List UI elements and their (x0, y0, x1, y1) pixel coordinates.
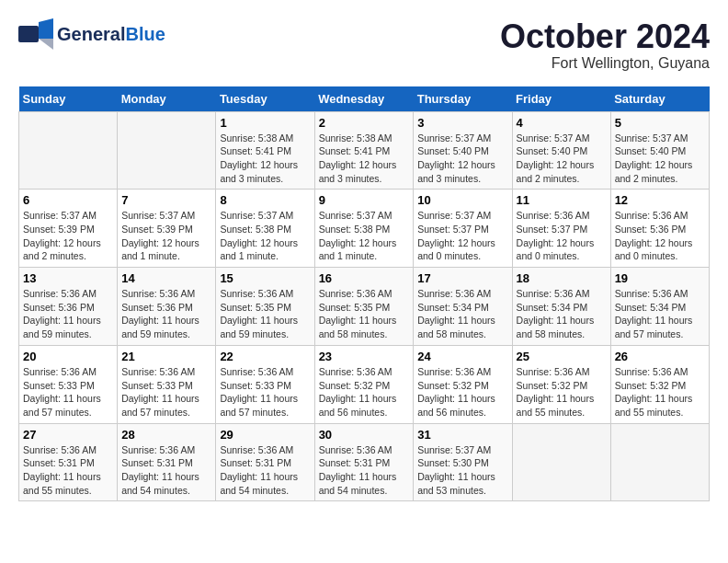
day-detail: Sunrise: 5:36 AM Sunset: 5:35 PM Dayligh… (220, 287, 310, 341)
day-cell: 10Sunrise: 5:37 AM Sunset: 5:37 PM Dayli… (414, 190, 512, 268)
day-number: 5 (615, 116, 705, 130)
calendar-header-row: SundayMondayTuesdayWednesdayThursdayFrid… (19, 86, 710, 112)
day-cell: 8Sunrise: 5:37 AM Sunset: 5:38 PM Daylig… (216, 190, 314, 268)
day-cell: 26Sunrise: 5:36 AM Sunset: 5:32 PM Dayli… (610, 345, 709, 423)
day-detail: Sunrise: 5:38 AM Sunset: 5:41 PM Dayligh… (220, 132, 310, 186)
day-cell: 9Sunrise: 5:37 AM Sunset: 5:38 PM Daylig… (314, 190, 414, 268)
day-cell: 5Sunrise: 5:37 AM Sunset: 5:40 PM Daylig… (610, 111, 709, 190)
day-detail: Sunrise: 5:37 AM Sunset: 5:40 PM Dayligh… (417, 132, 507, 186)
day-detail: Sunrise: 5:36 AM Sunset: 5:32 PM Dayligh… (615, 365, 705, 419)
day-detail: Sunrise: 5:36 AM Sunset: 5:31 PM Dayligh… (220, 443, 310, 498)
header-saturday: Saturday (610, 86, 709, 112)
day-number: 20 (23, 350, 113, 363)
svg-rect-0 (18, 26, 39, 42)
day-cell: 15Sunrise: 5:36 AM Sunset: 5:35 PM Dayli… (216, 268, 314, 346)
day-detail: Sunrise: 5:36 AM Sunset: 5:31 PM Dayligh… (23, 443, 113, 498)
day-cell (19, 111, 118, 190)
day-cell (512, 423, 610, 501)
day-number: 27 (23, 428, 113, 442)
logo: GeneralBlue (18, 18, 165, 50)
svg-marker-1 (39, 18, 53, 39)
day-cell: 16Sunrise: 5:36 AM Sunset: 5:35 PM Dayli… (314, 268, 414, 346)
day-detail: Sunrise: 5:37 AM Sunset: 5:38 PM Dayligh… (220, 209, 310, 263)
day-detail: Sunrise: 5:37 AM Sunset: 5:39 PM Dayligh… (23, 209, 113, 263)
day-detail: Sunrise: 5:36 AM Sunset: 5:33 PM Dayligh… (121, 365, 211, 419)
day-cell (610, 423, 709, 501)
month-title: October 2024 (500, 18, 710, 55)
day-cell: 29Sunrise: 5:36 AM Sunset: 5:31 PM Dayli… (216, 423, 314, 501)
day-number: 8 (220, 193, 310, 207)
day-number: 4 (517, 116, 607, 130)
logo-icon (18, 18, 53, 50)
day-cell: 28Sunrise: 5:36 AM Sunset: 5:31 PM Dayli… (118, 423, 216, 501)
day-detail: Sunrise: 5:36 AM Sunset: 5:37 PM Dayligh… (517, 209, 607, 263)
day-number: 14 (121, 271, 211, 285)
day-cell (118, 111, 216, 190)
day-detail: Sunrise: 5:36 AM Sunset: 5:33 PM Dayligh… (220, 365, 310, 419)
day-number: 15 (220, 271, 310, 285)
day-detail: Sunrise: 5:36 AM Sunset: 5:32 PM Dayligh… (417, 365, 507, 419)
day-detail: Sunrise: 5:36 AM Sunset: 5:34 PM Dayligh… (417, 287, 507, 341)
day-number: 9 (319, 193, 410, 207)
day-cell: 4Sunrise: 5:37 AM Sunset: 5:40 PM Daylig… (512, 111, 610, 190)
header-friday: Friday (512, 86, 610, 112)
day-number: 30 (319, 428, 410, 442)
day-detail: Sunrise: 5:36 AM Sunset: 5:35 PM Dayligh… (319, 287, 410, 341)
day-detail: Sunrise: 5:36 AM Sunset: 5:36 PM Dayligh… (23, 287, 113, 341)
day-cell: 31Sunrise: 5:37 AM Sunset: 5:30 PM Dayli… (414, 423, 512, 501)
day-detail: Sunrise: 5:36 AM Sunset: 5:32 PM Dayligh… (517, 365, 607, 419)
day-detail: Sunrise: 5:38 AM Sunset: 5:41 PM Dayligh… (319, 132, 410, 186)
header-sunday: Sunday (19, 86, 118, 112)
svg-marker-2 (39, 39, 53, 50)
day-number: 22 (220, 350, 310, 363)
header-tuesday: Tuesday (216, 86, 314, 112)
day-number: 7 (121, 193, 211, 207)
location: Fort Wellington, Guyana (500, 55, 710, 72)
day-cell: 30Sunrise: 5:36 AM Sunset: 5:31 PM Dayli… (314, 423, 414, 501)
day-number: 3 (417, 116, 507, 130)
day-number: 19 (615, 271, 705, 285)
day-cell: 18Sunrise: 5:36 AM Sunset: 5:34 PM Dayli… (512, 268, 610, 346)
day-detail: Sunrise: 5:36 AM Sunset: 5:36 PM Dayligh… (615, 209, 705, 263)
day-cell: 1Sunrise: 5:38 AM Sunset: 5:41 PM Daylig… (216, 111, 314, 190)
day-detail: Sunrise: 5:36 AM Sunset: 5:36 PM Dayligh… (121, 287, 211, 341)
week-row-4: 20Sunrise: 5:36 AM Sunset: 5:33 PM Dayli… (19, 345, 710, 423)
day-detail: Sunrise: 5:36 AM Sunset: 5:32 PM Dayligh… (319, 365, 410, 419)
day-cell: 14Sunrise: 5:36 AM Sunset: 5:36 PM Dayli… (118, 268, 216, 346)
day-number: 13 (23, 271, 113, 285)
day-detail: Sunrise: 5:37 AM Sunset: 5:40 PM Dayligh… (615, 132, 705, 186)
week-row-1: 1Sunrise: 5:38 AM Sunset: 5:41 PM Daylig… (19, 111, 710, 190)
day-detail: Sunrise: 5:37 AM Sunset: 5:39 PM Dayligh… (121, 209, 211, 263)
day-number: 6 (23, 193, 113, 207)
day-cell: 19Sunrise: 5:36 AM Sunset: 5:34 PM Dayli… (610, 268, 709, 346)
day-detail: Sunrise: 5:36 AM Sunset: 5:31 PM Dayligh… (319, 443, 410, 498)
day-number: 18 (517, 271, 607, 285)
week-row-5: 27Sunrise: 5:36 AM Sunset: 5:31 PM Dayli… (19, 423, 710, 501)
day-number: 16 (319, 271, 410, 285)
day-cell: 6Sunrise: 5:37 AM Sunset: 5:39 PM Daylig… (19, 190, 118, 268)
week-row-2: 6Sunrise: 5:37 AM Sunset: 5:39 PM Daylig… (19, 190, 710, 268)
day-number: 21 (121, 350, 211, 363)
day-cell: 13Sunrise: 5:36 AM Sunset: 5:36 PM Dayli… (19, 268, 118, 346)
day-detail: Sunrise: 5:36 AM Sunset: 5:34 PM Dayligh… (615, 287, 705, 341)
day-detail: Sunrise: 5:36 AM Sunset: 5:34 PM Dayligh… (517, 287, 607, 341)
week-row-3: 13Sunrise: 5:36 AM Sunset: 5:36 PM Dayli… (19, 268, 710, 346)
day-cell: 27Sunrise: 5:36 AM Sunset: 5:31 PM Dayli… (19, 423, 118, 501)
day-detail: Sunrise: 5:36 AM Sunset: 5:31 PM Dayligh… (121, 443, 211, 498)
day-cell: 25Sunrise: 5:36 AM Sunset: 5:32 PM Dayli… (512, 345, 610, 423)
header-monday: Monday (118, 86, 216, 112)
page-header: GeneralBlue October 2024 Fort Wellington… (18, 18, 710, 72)
day-number: 25 (517, 350, 607, 363)
day-number: 12 (615, 193, 705, 207)
day-number: 23 (319, 350, 410, 363)
day-number: 31 (417, 428, 507, 442)
day-number: 10 (417, 193, 507, 207)
day-detail: Sunrise: 5:37 AM Sunset: 5:40 PM Dayligh… (517, 132, 607, 186)
day-cell: 23Sunrise: 5:36 AM Sunset: 5:32 PM Dayli… (314, 345, 414, 423)
day-number: 29 (220, 428, 310, 442)
day-cell: 24Sunrise: 5:36 AM Sunset: 5:32 PM Dayli… (414, 345, 512, 423)
day-cell: 2Sunrise: 5:38 AM Sunset: 5:41 PM Daylig… (314, 111, 414, 190)
day-number: 17 (417, 271, 507, 285)
day-number: 11 (517, 193, 607, 207)
day-cell: 7Sunrise: 5:37 AM Sunset: 5:39 PM Daylig… (118, 190, 216, 268)
